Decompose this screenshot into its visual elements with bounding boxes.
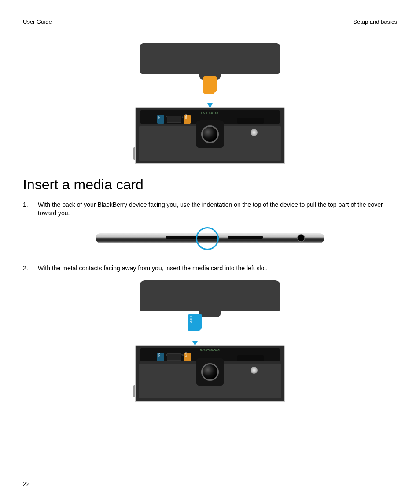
step-number: 1. bbox=[23, 201, 29, 217]
device-top-cover bbox=[140, 43, 280, 74]
sim-card-icon bbox=[203, 76, 217, 94]
device-top-cover bbox=[140, 280, 280, 311]
media-card-icon: 2.0TB bbox=[188, 314, 202, 331]
side-button bbox=[133, 147, 135, 160]
step-number: 2. bbox=[23, 264, 29, 272]
sd-slot-icon bbox=[157, 115, 164, 124]
chip-icon bbox=[167, 116, 181, 123]
side-button bbox=[133, 385, 135, 397]
figure-top-edge bbox=[23, 225, 397, 252]
sim-slot-icon bbox=[184, 353, 191, 361]
flash-icon bbox=[251, 367, 258, 374]
camera-icon bbox=[196, 358, 224, 386]
step-1: 1. With the back of your BlackBerry devi… bbox=[23, 201, 397, 217]
chip-icon bbox=[167, 353, 181, 361]
guide-line bbox=[210, 94, 210, 102]
header-left: User Guide bbox=[23, 18, 52, 25]
highlight-circle-icon bbox=[196, 227, 219, 250]
step-text: With the back of your BlackBerry device … bbox=[38, 201, 397, 217]
device-back: PCB-58788 BlackBerry Limited bbox=[135, 107, 285, 164]
media-card-label: 2.0TB bbox=[189, 316, 192, 323]
header-right: Setup and basics bbox=[353, 18, 397, 25]
step-2: 2. With the metal contacts facing away f… bbox=[23, 264, 397, 272]
sim-slot-icon bbox=[184, 115, 191, 124]
device-back: B-58788-503 BlackBerry Limited bbox=[135, 345, 285, 402]
sd-slot-icon bbox=[157, 353, 164, 361]
speaker-grille bbox=[237, 355, 264, 361]
page-number: 22 bbox=[23, 480, 30, 487]
pcb-label: PCB-58788 bbox=[201, 111, 219, 114]
edge-slot bbox=[228, 236, 263, 239]
speaker-grille bbox=[237, 118, 264, 124]
step-text: With the metal contacts facing away from… bbox=[38, 264, 268, 272]
headphone-jack-icon bbox=[297, 234, 305, 242]
flash-icon bbox=[251, 129, 258, 136]
camera-icon bbox=[196, 120, 224, 148]
guide-line bbox=[195, 331, 195, 339]
pcb-label: B-58788-503 bbox=[200, 349, 220, 352]
figure-media-card-insert: 2.0TB B-58788-503 BlackBerry Limited bbox=[23, 280, 397, 402]
figure-sim-insert: PCB-58788 BlackBerry Limited bbox=[23, 43, 397, 164]
section-heading: Insert a media card bbox=[23, 177, 397, 193]
